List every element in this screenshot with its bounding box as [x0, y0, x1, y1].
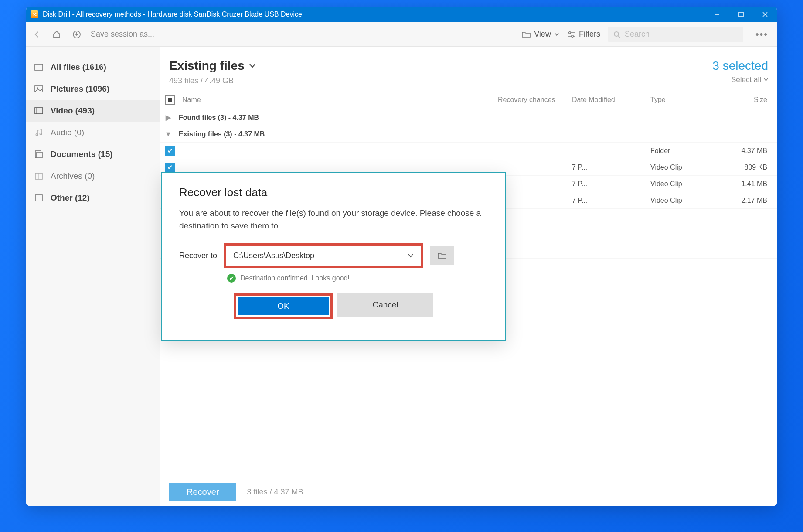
- image-icon: [34, 85, 44, 93]
- svg-point-17: [36, 134, 37, 136]
- folder-icon: [437, 252, 447, 259]
- sidebar: All files (1616) Pictures (1096) Video (…: [26, 47, 160, 506]
- sidebar-item-other[interactable]: Other (12): [26, 187, 160, 209]
- sidebar-item-audio[interactable]: Audio (0): [26, 122, 160, 143]
- svg-rect-23: [35, 195, 42, 201]
- cancel-button[interactable]: Cancel: [337, 293, 433, 317]
- svg-point-13: [37, 87, 38, 89]
- back-button[interactable]: [31, 28, 43, 41]
- column-name[interactable]: Name: [180, 96, 498, 104]
- svg-line-2: [763, 12, 767, 17]
- sidebar-item-archives[interactable]: Archives (0): [26, 165, 160, 187]
- chevron-down-icon: [555, 33, 559, 36]
- table-row[interactable]: ✔ Folder 4.37 MB: [160, 143, 777, 159]
- destination-dropdown[interactable]: C:\Users\Asus\Desktop: [228, 247, 419, 264]
- sidebar-item-pictures[interactable]: Pictures (1096): [26, 78, 160, 100]
- select-all-button[interactable]: Select all: [712, 75, 768, 84]
- main-title-dropdown[interactable]: Existing files: [169, 59, 256, 73]
- more-button[interactable]: •••: [751, 29, 772, 40]
- svg-point-18: [40, 133, 41, 135]
- save-session-icon[interactable]: [71, 28, 83, 41]
- main-subtitle: 493 files / 4.49 GB: [169, 76, 256, 85]
- svg-point-8: [572, 35, 573, 37]
- window-title: Disk Drill - All recovery methods - Hard…: [43, 10, 302, 18]
- sidebar-item-documents[interactable]: Documents (15): [26, 143, 160, 165]
- home-button[interactable]: [51, 28, 63, 41]
- other-icon: [34, 194, 44, 202]
- row-checkbox[interactable]: ✔: [165, 163, 175, 172]
- svg-line-3: [763, 12, 767, 17]
- document-icon: [34, 150, 44, 158]
- svg-point-9: [614, 32, 619, 36]
- selection-count: 3 selected: [712, 59, 768, 73]
- close-button[interactable]: [753, 7, 777, 22]
- files-icon: [34, 63, 44, 71]
- dialog-body: You are about to recover the file(s) fou…: [179, 207, 488, 232]
- search-icon: [613, 31, 620, 38]
- search-input[interactable]: Search: [608, 27, 743, 42]
- svg-rect-11: [35, 64, 43, 70]
- table-header: Name Recovery chances Date Modified Type…: [160, 90, 777, 109]
- recover-dialog: Recover lost data You are about to recov…: [161, 172, 506, 341]
- column-recovery[interactable]: Recovery chances: [498, 96, 572, 104]
- maximize-button[interactable]: [729, 7, 753, 22]
- sidebar-item-video[interactable]: Video (493): [26, 100, 160, 122]
- view-dropdown[interactable]: View: [522, 30, 559, 39]
- recover-button[interactable]: Recover: [169, 483, 236, 501]
- svg-rect-14: [35, 108, 43, 114]
- folder-icon: [522, 31, 531, 38]
- check-icon: ✔: [227, 274, 236, 283]
- highlight-annotation: OK: [234, 293, 333, 319]
- group-row-existing[interactable]: ▼ Existing files (3) - 4.37 MB: [160, 126, 777, 143]
- svg-rect-12: [35, 86, 43, 92]
- browse-button[interactable]: [430, 246, 454, 265]
- titlebar: 🛠 Disk Drill - All recovery methods - Ha…: [26, 7, 777, 22]
- svg-point-4: [73, 31, 80, 38]
- archive-icon: [34, 172, 44, 180]
- select-all-checkbox[interactable]: [160, 95, 180, 105]
- highlight-annotation: C:\Users\Asus\Desktop: [224, 243, 423, 268]
- filters-button[interactable]: Filters: [567, 30, 600, 39]
- svg-rect-1: [739, 12, 743, 17]
- svg-rect-19: [35, 151, 41, 158]
- app-icon: 🛠: [31, 10, 38, 18]
- column-type[interactable]: Type: [650, 96, 716, 104]
- footer-info: 3 files / 4.37 MB: [247, 488, 303, 497]
- footer: Recover 3 files / 4.37 MB: [160, 478, 777, 506]
- recover-to-label: Recover to: [179, 251, 217, 260]
- chevron-down-icon: [764, 78, 768, 82]
- ok-button[interactable]: OK: [238, 297, 329, 315]
- column-date[interactable]: Date Modified: [572, 96, 650, 104]
- toolbar: Save session as... View Filters Search •…: [26, 22, 777, 47]
- svg-line-10: [618, 36, 620, 38]
- video-icon: [34, 107, 44, 115]
- column-size[interactable]: Size: [716, 96, 777, 104]
- chevron-down-icon: [408, 253, 414, 258]
- music-icon: [34, 129, 44, 136]
- sidebar-item-all-files[interactable]: All files (1616): [26, 56, 160, 78]
- save-session-label[interactable]: Save session as...: [91, 30, 154, 39]
- group-row-found[interactable]: ▶ Found files (3) - 4.37 MB: [160, 109, 777, 126]
- chevron-down-icon: [249, 63, 256, 68]
- svg-point-6: [569, 31, 571, 33]
- row-checkbox[interactable]: ✔: [165, 146, 175, 156]
- dialog-title: Recover lost data: [179, 186, 488, 199]
- destination-confirm: ✔ Destination confirmed. Looks good!: [227, 274, 488, 283]
- svg-rect-20: [37, 152, 42, 158]
- svg-rect-21: [35, 173, 42, 179]
- sliders-icon: [567, 31, 575, 38]
- minimize-button[interactable]: [705, 7, 729, 22]
